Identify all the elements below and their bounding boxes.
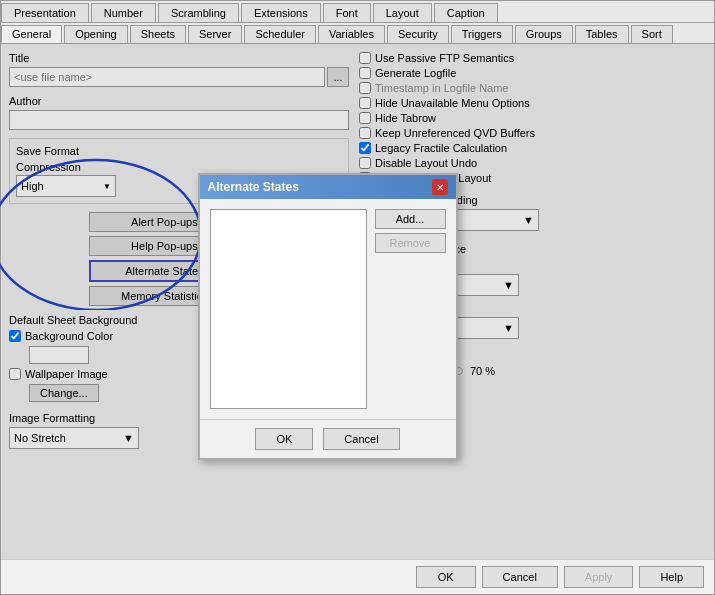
tab-groups[interactable]: Groups <box>515 25 573 43</box>
tab-general[interactable]: General <box>1 25 62 43</box>
tab-font[interactable]: Font <box>323 3 371 22</box>
modal-body: Add... Remove <box>200 199 456 419</box>
apply-button[interactable]: Apply <box>564 566 634 588</box>
ok-button[interactable]: OK <box>416 566 476 588</box>
modal-title: Alternate States <box>208 180 299 194</box>
tab-sheets[interactable]: Sheets <box>130 25 186 43</box>
modal-cancel-button[interactable]: Cancel <box>323 428 399 450</box>
tab-opening[interactable]: Opening <box>64 25 128 43</box>
modal-add-button[interactable]: Add... <box>375 209 446 229</box>
modal-remove-button[interactable]: Remove <box>375 233 446 253</box>
modal-list[interactable] <box>210 209 367 409</box>
tab-security[interactable]: Security <box>387 25 449 43</box>
modal-title-bar: Alternate States ✕ <box>200 175 456 199</box>
content-area: Title ... Author Save Format Compression… <box>1 44 714 559</box>
tab-layout[interactable]: Layout <box>373 3 432 22</box>
tab-server[interactable]: Server <box>188 25 242 43</box>
tab-scheduler[interactable]: Scheduler <box>244 25 316 43</box>
help-button[interactable]: Help <box>639 566 704 588</box>
tab-presentation[interactable]: Presentation <box>1 3 89 22</box>
tab-sort[interactable]: Sort <box>631 25 673 43</box>
tab-tables[interactable]: Tables <box>575 25 629 43</box>
modal-footer: OK Cancel <box>200 419 456 458</box>
tab-scrambling[interactable]: Scrambling <box>158 3 239 22</box>
alternate-states-modal: Alternate States ✕ Add... Remove OK Canc… <box>198 173 458 460</box>
cancel-button[interactable]: Cancel <box>482 566 558 588</box>
modal-overlay: Alternate States ✕ Add... Remove OK Canc… <box>1 44 714 559</box>
tab-row-1: Presentation Number Scrambling Extension… <box>1 1 714 23</box>
tab-triggers[interactable]: Triggers <box>451 25 513 43</box>
main-window: Presentation Number Scrambling Extension… <box>0 0 715 595</box>
tab-variables[interactable]: Variables <box>318 25 385 43</box>
tab-extensions[interactable]: Extensions <box>241 3 321 22</box>
bottom-bar: OK Cancel Apply Help <box>1 559 714 594</box>
tab-row-2: General Opening Sheets Server Scheduler … <box>1 23 714 44</box>
tab-number[interactable]: Number <box>91 3 156 22</box>
modal-close-button[interactable]: ✕ <box>432 179 448 195</box>
modal-ok-button[interactable]: OK <box>255 428 313 450</box>
modal-action-buttons: Add... Remove <box>375 209 446 409</box>
tab-caption[interactable]: Caption <box>434 3 498 22</box>
